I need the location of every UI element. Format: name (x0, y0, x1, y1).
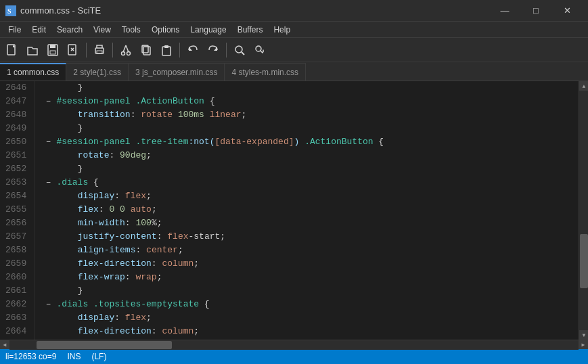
open-button[interactable] (23, 41, 42, 60)
tab-common-css[interactable]: 1 common.css (0, 63, 66, 81)
code-line: } (41, 284, 573, 298)
save-button[interactable] (43, 41, 62, 60)
find-replace-button[interactable] (250, 41, 269, 60)
title-bar: S common.css - SciTE — □ ✕ (0, 0, 588, 22)
code-line: align-items: center; (41, 244, 573, 257)
menu-bar: File Edit Search View Tools Options Lang… (0, 22, 588, 38)
encoding: (LF) (91, 352, 106, 361)
svg-point-11 (122, 51, 125, 55)
editor-container: 2646264726482649265026512652265326542655… (0, 81, 588, 340)
svg-line-13 (123, 45, 126, 52)
code-line: } (41, 122, 573, 135)
tab-js-composer-css[interactable]: 3 js_composer.min.css (129, 63, 225, 81)
svg-point-23 (256, 46, 261, 51)
code-line: – .dials .topsites-emptystate { (41, 298, 573, 311)
redo-button[interactable] (204, 41, 223, 60)
menu-file[interactable]: File (3, 22, 26, 38)
close-button[interactable]: ✕ (551, 0, 583, 22)
svg-line-14 (126, 45, 129, 52)
find-button[interactable] (230, 41, 249, 60)
scroll-down-arrow[interactable]: ▼ (579, 330, 588, 340)
separator-2 (112, 43, 113, 58)
separator-3 (179, 43, 180, 58)
h-scroll-track[interactable] (9, 340, 579, 350)
cursor-position: li=12653 co=9 (5, 352, 56, 361)
title-bar-buttons: — □ ✕ (489, 0, 583, 22)
scroll-thumb[interactable] (580, 234, 588, 288)
code-line: flex-direction: column; (41, 325, 573, 338)
scroll-up-arrow[interactable]: ▲ (579, 81, 588, 91)
new-button[interactable] (3, 41, 22, 60)
menu-tools[interactable]: Tools (116, 22, 146, 38)
svg-rect-4 (50, 45, 55, 48)
insert-mode: INS (67, 352, 81, 361)
app-icon: S (5, 5, 16, 16)
separator-1 (86, 43, 87, 58)
h-scroll-thumb[interactable] (37, 341, 172, 349)
cut-button[interactable] (116, 41, 135, 60)
window-title: common.css - SciTE (20, 5, 485, 16)
svg-point-12 (127, 51, 131, 55)
separator-4 (226, 43, 227, 58)
menu-options[interactable]: Options (146, 22, 185, 38)
vertical-scrollbar[interactable]: ▲ ▼ (579, 81, 588, 340)
code-line: min-width: 100%; (41, 217, 573, 230)
menu-buffers[interactable]: Buffers (232, 22, 269, 38)
tab-style1-css[interactable]: 2 style(1).css (66, 63, 129, 81)
svg-line-22 (242, 52, 244, 55)
code-line: – .dials { (41, 176, 573, 189)
editor-content[interactable]: } – #session-panel .ActionButton { trans… (35, 81, 579, 340)
code-line: rotate: 90deg; (41, 149, 573, 162)
tabs-bar: 1 common.css 2 style(1).css 3 js_compose… (0, 62, 588, 81)
svg-rect-5 (50, 51, 55, 54)
status-bar: li=12653 co=9 INS (LF) (0, 349, 588, 364)
menu-help[interactable]: Help (268, 22, 296, 38)
code-line: display: flex; (41, 311, 573, 325)
svg-rect-18 (164, 45, 168, 48)
code-line: – #session-panel .tree-item:not([data-ex… (41, 135, 573, 149)
copy-button[interactable] (137, 41, 156, 60)
print-button[interactable] (90, 41, 109, 60)
toolbar (0, 38, 588, 62)
scroll-track[interactable] (579, 91, 588, 330)
code-line: transition: rotate 100ms linear; (41, 108, 573, 122)
code-line: flex-wrap: wrap; (41, 271, 573, 284)
code-line: – #session-panel .ActionButton { (41, 95, 573, 108)
code-line: } (41, 162, 573, 176)
scroll-left-arrow[interactable]: ◀ (0, 340, 9, 350)
tab-styles-m-css[interactable]: 4 styles-m.min.css (225, 63, 306, 81)
code-line: } (41, 81, 573, 95)
menu-edit[interactable]: Edit (26, 22, 51, 38)
svg-text:S: S (7, 7, 12, 15)
menu-view[interactable]: View (88, 22, 116, 38)
minimize-button[interactable]: — (489, 0, 520, 22)
horizontal-scrollbar[interactable]: ◀ ▶ (0, 340, 588, 349)
line-numbers: 2646264726482649265026512652265326542655… (0, 81, 35, 340)
code-line: flex: 0 0 auto; (41, 203, 573, 217)
menu-search[interactable]: Search (51, 22, 88, 38)
svg-rect-15 (143, 47, 150, 55)
close-file-button[interactable] (64, 41, 83, 60)
code-line: display: flex; (41, 189, 573, 203)
undo-button[interactable] (183, 41, 202, 60)
svg-point-21 (235, 46, 242, 53)
code-line: flex-direction: column; (41, 257, 573, 271)
maximize-button[interactable]: □ (520, 0, 551, 22)
code-line: justify-content: flex-start; (41, 230, 573, 244)
scroll-right-arrow[interactable]: ▶ (579, 340, 588, 350)
paste-button[interactable] (157, 41, 176, 60)
menu-language[interactable]: Language (185, 22, 231, 38)
